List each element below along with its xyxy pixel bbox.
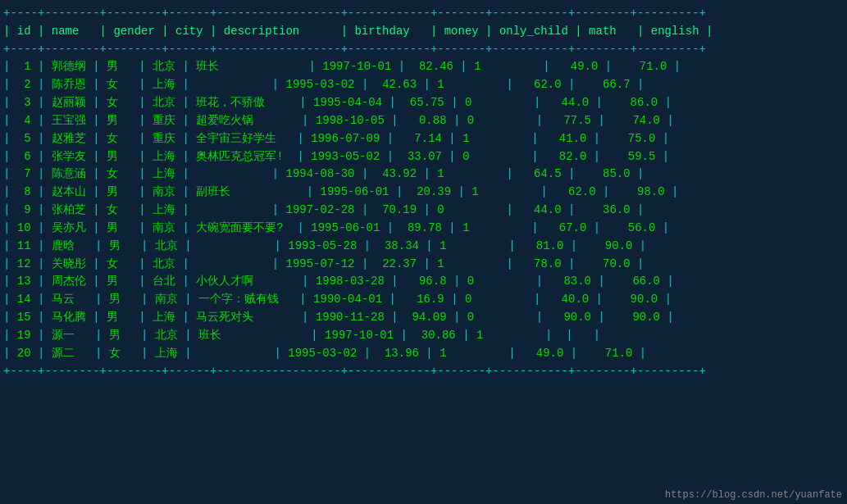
data-table: +----+--------+--------+------+---------… bbox=[0, 3, 847, 400]
table-container: +----+--------+--------+------+---------… bbox=[0, 0, 847, 403]
watermark: https://blog.csdn.net/yuanfate bbox=[665, 489, 842, 501]
